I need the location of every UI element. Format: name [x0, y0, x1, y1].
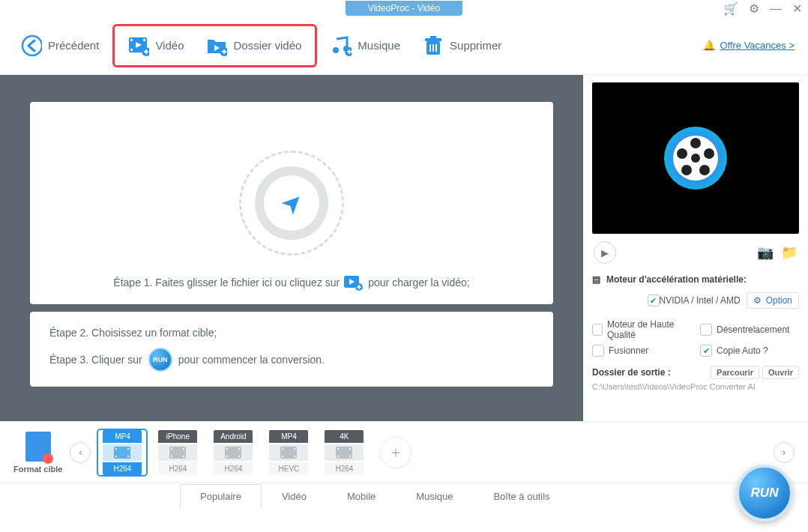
option-button[interactable]: ⚙ Option	[747, 292, 799, 309]
title-bar: VideoProc - Vidéo 🛒 ⚙ — ✕	[0, 0, 808, 16]
film-icon	[158, 444, 197, 461]
film-icon	[103, 444, 142, 461]
svg-rect-3	[130, 49, 133, 51]
window-title: VideoProc - Vidéo	[346, 1, 462, 16]
toolbar: Précédent Vidéo Dossier vidéo Musique Su…	[0, 16, 808, 75]
back-button[interactable]: Précédent	[12, 29, 108, 62]
browse-button[interactable]: Parcourir	[711, 366, 759, 379]
step3b: pour commencer la conversion.	[178, 354, 325, 366]
player-controls: ▶ 📷 📁	[592, 234, 799, 271]
film-icon	[269, 444, 308, 461]
svg-rect-36	[183, 456, 184, 457]
preset-top: iPhone	[158, 430, 197, 443]
svg-rect-40	[238, 448, 240, 450]
svg-point-0	[22, 36, 42, 55]
film-icon	[325, 444, 364, 461]
svg-rect-30	[127, 448, 129, 450]
svg-rect-33	[171, 448, 172, 450]
merge-label: Fusionner	[609, 345, 648, 356]
video-icon-inline	[344, 274, 364, 291]
svg-rect-12	[425, 38, 441, 41]
run-button[interactable]: RUN	[736, 465, 793, 522]
format-target-button[interactable]: Format cible	[13, 432, 62, 474]
svg-rect-39	[226, 456, 228, 457]
preset-top: MP4	[103, 430, 142, 443]
svg-rect-45	[294, 448, 295, 450]
preset-mp4-h264[interactable]: MP4H264	[98, 430, 146, 475]
step1a: Étape 1. Faites glisser le fichier ici o…	[113, 276, 340, 288]
drop-circle: ➤	[239, 151, 344, 256]
gear-icon: ⚙	[753, 295, 762, 306]
logo-icon	[658, 121, 733, 196]
step3-row: Étape 3. Cliquer sur RUN pour commencer …	[49, 343, 534, 376]
upload-arrow-icon: ➤	[274, 185, 310, 221]
open-button[interactable]: Ouvrir	[762, 366, 799, 379]
film-icon	[214, 444, 253, 461]
tab-mobile[interactable]: Mobile	[327, 484, 396, 509]
add-music-button[interactable]: Musique	[322, 29, 409, 62]
preset-4k-h264[interactable]: 4KH264	[320, 430, 368, 475]
add-folder-button[interactable]: Dossier vidéo	[197, 29, 310, 62]
main-area: ➤ Étape 1. Faites glisser le fichier ici…	[0, 75, 808, 421]
svg-rect-46	[294, 456, 295, 457]
add-music-label: Musique	[358, 39, 400, 52]
svg-rect-48	[337, 448, 339, 450]
options-grid: Moteur de Haute Qualité Désentrelacement…	[592, 313, 799, 366]
gpu-label: NVIDIA / Intel / AMD	[660, 295, 741, 306]
deint-label: Désentrelacement	[717, 324, 789, 335]
hwaccel-header: ▤ Moteur d'accélération matérielle:	[592, 271, 799, 288]
open-folder-icon[interactable]: 📁	[781, 244, 798, 261]
svg-rect-4	[143, 39, 145, 41]
svg-rect-34	[171, 456, 172, 457]
preset-bot: H264	[103, 462, 142, 475]
play-button[interactable]: ▶	[594, 241, 616, 264]
drop-zone[interactable]: ➤ Étape 1. Faites glisser le fichier ici…	[30, 102, 553, 304]
add-preset-button[interactable]: ＋	[380, 437, 411, 468]
preset-mp4-hevc[interactable]: MP4HEVC	[265, 430, 313, 475]
trash-icon	[423, 35, 444, 56]
doc-icon	[25, 432, 51, 462]
svg-point-24	[699, 165, 710, 175]
format-strip: Format cible ‹ MP4H264iPhoneH264AndroidH…	[0, 421, 808, 483]
autocopy-checkbox[interactable]: Copie Auto ?	[700, 345, 799, 357]
step3a: Étape 3. Cliquer sur	[49, 354, 142, 366]
tab-musique[interactable]: Musique	[396, 484, 473, 509]
hwaccel-row: NVIDIA / Intel / AMD ⚙ Option	[592, 288, 799, 313]
preset-bot: H264	[325, 462, 364, 475]
svg-rect-51	[349, 456, 351, 457]
svg-rect-38	[226, 448, 228, 450]
preset-iphone-h264[interactable]: iPhoneH264	[154, 430, 202, 475]
delete-button[interactable]: Supprimer	[414, 29, 510, 62]
cart-icon[interactable]: 🛒	[723, 1, 738, 16]
run-icon-inline: RUN	[148, 348, 172, 372]
left-panel: ➤ Étape 1. Faites glisser le fichier ici…	[0, 75, 583, 421]
close-button[interactable]: ✕	[792, 1, 802, 16]
tab-vidéo[interactable]: Vidéo	[262, 484, 327, 509]
offer-link[interactable]: 🔔 Offre Vacances >	[703, 40, 795, 51]
output-label: Dossier de sortie :	[592, 367, 671, 378]
gpu-checkbox[interactable]: NVIDIA / Intel / AMD	[648, 294, 741, 306]
preset-android-h264[interactable]: AndroidH264	[209, 430, 257, 475]
svg-rect-28	[115, 448, 117, 450]
delete-label: Supprimer	[450, 39, 501, 52]
snapshot-icon[interactable]: 📷	[757, 244, 774, 261]
output-header: Dossier de sortie : Parcourir Ouvrir	[592, 366, 799, 379]
minimize-button[interactable]: —	[770, 2, 782, 16]
offer-label: Offre Vacances >	[720, 40, 795, 51]
tab-populaire[interactable]: Populaire	[180, 484, 262, 509]
hq-checkbox[interactable]: Moteur de Haute Qualité	[592, 319, 691, 340]
presets-prev[interactable]: ‹	[70, 442, 91, 463]
video-icon	[128, 35, 149, 56]
tab-boîte-à-outils[interactable]: Boîte à outils	[473, 484, 570, 509]
deinterlace-checkbox[interactable]: Désentrelacement	[700, 319, 799, 340]
hq-label: Moteur de Haute Qualité	[607, 319, 691, 340]
svg-rect-41	[238, 456, 240, 457]
svg-rect-44	[282, 456, 283, 457]
presets-next[interactable]: ›	[774, 442, 795, 463]
merge-checkbox[interactable]: Fusionner	[592, 345, 691, 357]
output-path: C:\Users\test\Videos\VideoProc Converter…	[592, 379, 799, 391]
svg-point-22	[690, 138, 701, 148]
add-video-button[interactable]: Vidéo	[119, 29, 193, 62]
settings-icon[interactable]: ⚙	[749, 1, 759, 16]
preset-bot: H264	[214, 462, 253, 475]
